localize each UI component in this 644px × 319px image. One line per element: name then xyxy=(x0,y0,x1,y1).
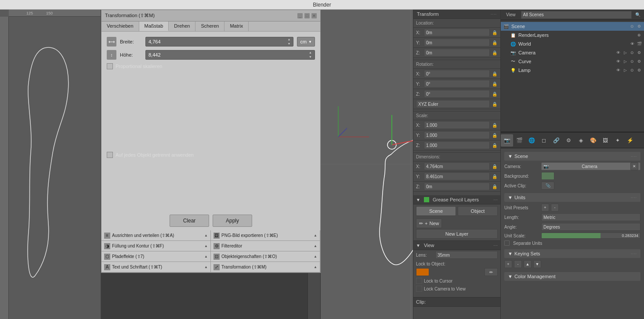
props-tab-material[interactable]: 🎨 xyxy=(587,134,599,147)
cur-icon3[interactable]: ⊙ xyxy=(629,58,635,65)
scale-x-input[interactable]: 1.000 xyxy=(424,121,490,129)
unit-dropdown[interactable]: cm ▼ xyxy=(297,37,315,47)
props-tab-modifiers[interactable]: ⚙ xyxy=(562,134,575,147)
tab-massstab[interactable]: Maßstab xyxy=(139,22,169,31)
keying-remove-btn[interactable]: - xyxy=(514,260,522,268)
gp-view-toggle[interactable]: ▼ xyxy=(416,243,420,248)
cur-eye-icon[interactable]: 👁 xyxy=(615,58,621,65)
props-tab-data[interactable]: ◈ xyxy=(575,134,587,147)
props-tab-world[interactable]: 🌐 xyxy=(525,134,538,147)
cam-icon2[interactable]: ▷ xyxy=(622,50,628,56)
cur-icon4[interactable]: ⚙ xyxy=(636,58,642,65)
proportional-checkbox[interactable] xyxy=(107,63,113,69)
breite-input[interactable]: 4,764 ▲ ▼ xyxy=(145,37,293,47)
props-tab-particles[interactable]: ✦ xyxy=(611,134,624,147)
menu-fill[interactable]: ◑ Füllung und Kontur (⇧⌘F) ▲ xyxy=(101,241,211,251)
cam-icon4[interactable]: ⚙ xyxy=(636,50,642,56)
keying-down-btn[interactable]: ▼ xyxy=(533,260,541,268)
keying-up-btn[interactable]: ▲ xyxy=(524,260,532,268)
menu-png[interactable]: 🖼 PNG-Bild exportieren (⇧⌘E) ▲ xyxy=(211,230,320,240)
tab-scheren[interactable]: Scheren xyxy=(195,22,224,31)
breite-down[interactable]: ▼ xyxy=(287,42,290,46)
dim-z-input[interactable]: 0m xyxy=(424,183,490,190)
loc-x-input[interactable]: 0m xyxy=(424,29,490,36)
rot-y-input[interactable]: 0° xyxy=(424,80,490,88)
search-icon[interactable]: 🔍 xyxy=(635,12,640,17)
menu-path[interactable]: ⬡ Pfadeffekte (⇧7) ▲ xyxy=(101,251,211,262)
cam-eye-icon[interactable]: 👁 xyxy=(615,50,621,56)
rot-z-lock[interactable]: 🔒 xyxy=(492,91,498,97)
breite-stepper[interactable]: ▲ ▼ xyxy=(287,37,290,46)
rl-icon1[interactable]: ⊕ xyxy=(636,32,642,38)
search-input[interactable] xyxy=(521,11,632,19)
dialog-maximize-btn[interactable]: □ xyxy=(304,13,310,18)
camera-close-btn[interactable]: ✕ xyxy=(630,162,638,170)
loc-z-lock[interactable]: 🔒 xyxy=(492,50,498,56)
scene-settings-icon[interactable]: ⚙ xyxy=(636,23,642,29)
rot-y-lock[interactable]: 🔒 xyxy=(492,81,498,87)
outliner-world[interactable]: 🌐 World 👁 🎬 xyxy=(501,39,644,48)
breite-up[interactable]: ▲ xyxy=(287,37,290,42)
scale-y-input[interactable]: 1.000 xyxy=(424,131,490,139)
dim-z-lock[interactable]: 🔒 xyxy=(492,183,498,190)
cur-icon2[interactable]: ▷ xyxy=(622,58,628,65)
keying-section-header[interactable]: ▼ Keying Sets ···· xyxy=(504,249,640,258)
tab-verschieben[interactable]: Verschieben xyxy=(101,22,139,31)
dim-y-lock[interactable]: 🔒 xyxy=(492,173,498,179)
outliner-renderlayers[interactable]: 📋 RenderLayers ⊕ xyxy=(501,31,644,39)
background-color-btn[interactable] xyxy=(541,172,554,180)
scale-z-lock[interactable]: 🔒 xyxy=(492,142,498,148)
dim-x-input[interactable]: 4.764cm xyxy=(424,162,490,170)
unit-preset-add[interactable]: + xyxy=(541,204,549,211)
apply-button[interactable]: Apply xyxy=(213,215,252,227)
separate-checkbox[interactable] xyxy=(107,152,113,158)
scale-z-input[interactable]: 1.000 xyxy=(424,141,490,149)
unit-preset-remove[interactable]: - xyxy=(551,204,559,211)
gp-pencil-btn[interactable]: ✏ + New xyxy=(416,219,442,228)
loc-y-lock[interactable]: 🔒 xyxy=(492,39,498,46)
view-btn[interactable]: View xyxy=(504,11,517,18)
scene-section-header[interactable]: ▼ Scene ···· xyxy=(504,152,640,161)
lamp-icon2[interactable]: ▷ xyxy=(622,67,628,73)
props-tab-constraints[interactable]: 🔗 xyxy=(550,134,562,147)
props-tab-scene[interactable]: 🎬 xyxy=(513,134,525,147)
tab-matrix[interactable]: Matrix xyxy=(224,22,249,31)
lock-to-cursor-checkbox[interactable] xyxy=(416,278,422,284)
dialog-minimize-btn[interactable]: _ xyxy=(297,13,303,18)
outliner-scene[interactable]: 🎬 Scene ⊙ ⚙ xyxy=(501,22,644,31)
props-tab-physics[interactable]: ⚡ xyxy=(624,134,636,147)
dim-y-input[interactable]: 8.461cm xyxy=(424,172,490,180)
gp-checkbox-toggle[interactable]: ▼ xyxy=(416,197,420,202)
outliner-curve[interactable]: 〜 Curve 👁 ▷ ⊙ ⚙ xyxy=(501,57,644,66)
loc-x-lock[interactable]: 🔒 xyxy=(492,29,498,36)
outliner-lamp[interactable]: 💡 Lamp 👁 ▷ ⊙ ⚙ xyxy=(501,66,644,75)
menu-align[interactable]: ≡ Ausrichten und verteilen (⇧⌘A) ▲ xyxy=(101,230,211,240)
rot-z-input[interactable]: 0° xyxy=(424,90,490,98)
color-mgmt-header[interactable]: ▼ Color Management xyxy=(504,272,640,281)
lock-obj-picker[interactable]: ✏ xyxy=(485,268,498,276)
hoehe-stepper[interactable]: ▲ ▼ xyxy=(309,50,312,59)
dim-x-lock[interactable]: 🔒 xyxy=(492,163,498,169)
gp-new-layer-btn[interactable]: New Layer xyxy=(416,229,498,239)
tab-drehen[interactable]: Drehen xyxy=(169,22,195,31)
menu-filter[interactable]: ⚙ Filtereditor ▲ xyxy=(211,241,320,251)
length-value[interactable]: Metric xyxy=(541,213,640,221)
lamp-eye-icon[interactable]: 👁 xyxy=(615,67,621,73)
rot-x-input[interactable]: 0° xyxy=(424,70,490,78)
keying-add-btn[interactable]: + xyxy=(504,260,512,268)
outliner-camera[interactable]: 📷 Camera 👁 ▷ ⊙ ⚙ xyxy=(501,48,644,57)
menu-text[interactable]: A Text und Schriftart (⇧⌘T) ▲ xyxy=(101,262,211,272)
lamp-icon4[interactable]: ⚙ xyxy=(636,67,642,73)
rot-mode-input[interactable]: XYZ Euler xyxy=(416,100,490,108)
props-tab-texture[interactable]: 🖼 xyxy=(599,134,611,147)
menu-objprop[interactable]: ⊡ Objekteigenschaften (⇧⌘O) ▲ xyxy=(211,251,320,262)
gp-lens-input[interactable]: 35mm xyxy=(435,251,498,259)
separate-units-checkbox[interactable] xyxy=(504,240,510,246)
hoehe-down[interactable]: ▼ xyxy=(309,55,312,59)
active-clip-btn[interactable]: 📎 xyxy=(541,182,554,190)
scene-link-icon[interactable]: ⊙ xyxy=(629,23,635,29)
scale-y-lock[interactable]: 🔒 xyxy=(492,132,498,138)
angle-value[interactable]: Degrees xyxy=(541,223,640,231)
gp-tab-scene[interactable]: Scene xyxy=(416,206,456,216)
gp-tab-object[interactable]: Object xyxy=(458,206,498,216)
